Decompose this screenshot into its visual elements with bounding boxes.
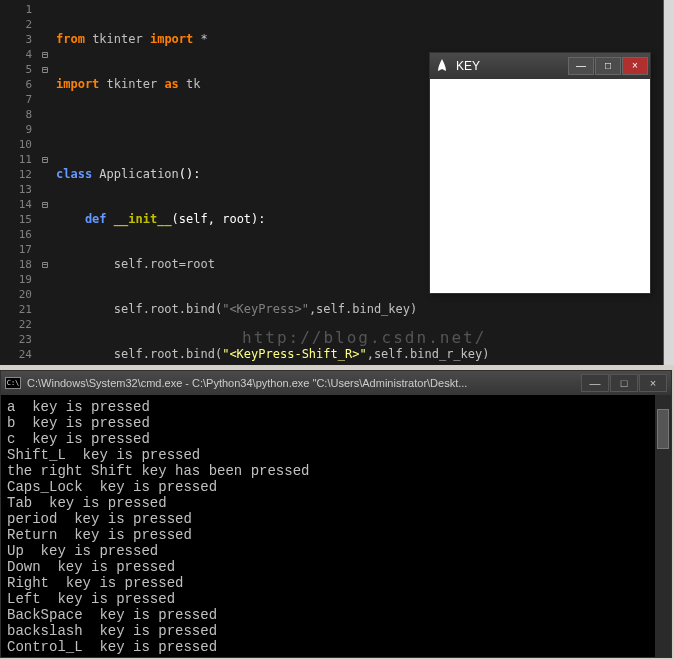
console-line: b key is pressed (7, 415, 665, 431)
key-window-title: KEY (456, 59, 567, 73)
line-number: 14 (0, 197, 32, 212)
minimize-button[interactable]: — (568, 57, 594, 75)
console-line: Tab key is pressed (7, 495, 665, 511)
close-button[interactable]: × (639, 374, 667, 392)
console-line: c key is pressed (7, 431, 665, 447)
line-number: 6 (0, 77, 32, 92)
console-title: C:\Windows\System32\cmd.exe - C:\Python3… (27, 377, 580, 389)
console-window: C:\ C:\Windows\System32\cmd.exe - C:\Pyt… (0, 370, 672, 658)
console-line: Control_L key is pressed (7, 639, 665, 655)
line-number: 4 (0, 47, 32, 62)
line-number: 18 (0, 257, 32, 272)
fold-icon[interactable]: ⊟ (38, 47, 52, 62)
console-line: Up key is pressed (7, 543, 665, 559)
console-titlebar[interactable]: C:\ C:\Windows\System32\cmd.exe - C:\Pyt… (1, 371, 671, 395)
fold-icon[interactable]: ⊟ (38, 62, 52, 77)
key-window-canvas[interactable] (430, 79, 650, 293)
line-number: 10 (0, 137, 32, 152)
console-line: Down key is pressed (7, 559, 665, 575)
line-number: 2 (0, 17, 32, 32)
line-number: 12 (0, 167, 32, 182)
console-output[interactable]: a key is pressedb key is pressedc key is… (1, 395, 671, 657)
minimize-button[interactable]: — (581, 374, 609, 392)
line-number: 24 (0, 347, 32, 362)
console-line: the right Shift key has been pressed (7, 463, 665, 479)
line-number: 1 (0, 2, 32, 17)
maximize-button[interactable]: □ (610, 374, 638, 392)
console-line: Caps_Lock key is pressed (7, 479, 665, 495)
line-number-gutter: 1 2 3 4 5 6 7 8 9 10 11 12 13 14 15 16 1… (0, 0, 38, 365)
line-number: 16 (0, 227, 32, 242)
line-number: 9 (0, 122, 32, 137)
console-line: a key is pressed (7, 399, 665, 415)
line-number: 5 (0, 62, 32, 77)
close-button[interactable]: × (622, 57, 648, 75)
line-number: 8 (0, 107, 32, 122)
key-window-titlebar[interactable]: KEY — □ × (430, 53, 650, 79)
console-line: BackSpace key is pressed (7, 607, 665, 623)
line-number: 3 (0, 32, 32, 47)
tk-feather-icon (434, 58, 450, 74)
line-number: 19 (0, 272, 32, 287)
console-line: Right key is pressed (7, 575, 665, 591)
fold-column: ⊟ ⊟ ⊟ ⊟ ⊟ (38, 0, 52, 365)
line-number: 23 (0, 332, 32, 347)
line-number: 21 (0, 302, 32, 317)
line-number: 7 (0, 92, 32, 107)
line-number: 13 (0, 182, 32, 197)
maximize-button[interactable]: □ (595, 57, 621, 75)
fold-icon[interactable]: ⊟ (38, 197, 52, 212)
console-line: Return key is pressed (7, 527, 665, 543)
line-number: 20 (0, 287, 32, 302)
key-window: KEY — □ × (429, 52, 651, 294)
watermark-text: http://blog.csdn.net/ (242, 330, 486, 345)
line-number: 15 (0, 212, 32, 227)
console-line: Left key is pressed (7, 591, 665, 607)
fold-icon[interactable]: ⊟ (38, 257, 52, 272)
fold-icon[interactable]: ⊟ (38, 152, 52, 167)
editor-scrollbar[interactable] (664, 0, 674, 365)
scrollbar-thumb[interactable] (657, 409, 669, 449)
line-number: 17 (0, 242, 32, 257)
console-line: backslash key is pressed (7, 623, 665, 639)
cmd-icon: C:\ (5, 377, 21, 389)
console-scrollbar[interactable] (655, 395, 671, 657)
line-number: 22 (0, 317, 32, 332)
line-number: 11 (0, 152, 32, 167)
console-line: Shift_L key is pressed (7, 447, 665, 463)
console-line: period key is pressed (7, 511, 665, 527)
